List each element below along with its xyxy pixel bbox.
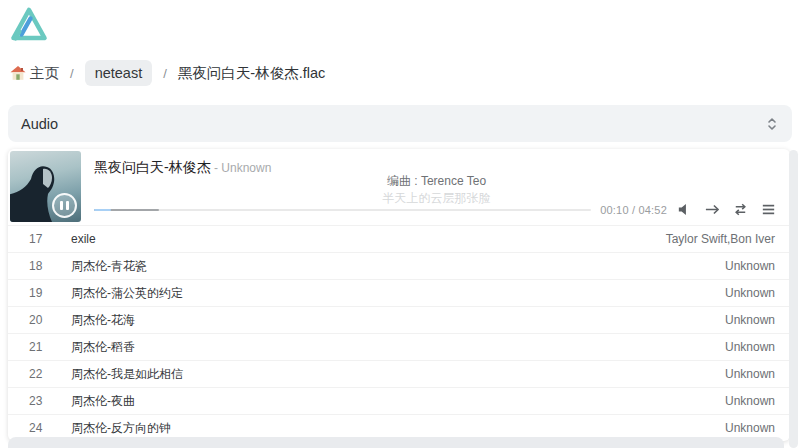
volume-icon[interactable] xyxy=(676,201,693,218)
playlist-item[interactable]: 17exileTaylor Swift,Bon Iver xyxy=(8,225,790,252)
alist-logo[interactable] xyxy=(9,5,49,43)
breadcrumb-home[interactable]: 主页 xyxy=(10,64,59,83)
playlist: 17exileTaylor Swift,Bon Iver18周杰伦-青花瓷Unk… xyxy=(8,225,790,441)
playlist-item-index: 19 xyxy=(29,286,55,300)
breadcrumb-file: 黑夜问白天-林俊杰.flac xyxy=(178,64,325,83)
player-info: 黑夜问白天-林俊杰 - Unknown 编曲 : Terence Teo 半天上… xyxy=(83,149,790,225)
footer-bar-partial xyxy=(8,437,784,448)
breadcrumb: 主页 / neteast / 黑夜问白天-林俊杰.flac xyxy=(10,60,800,86)
playlist-item-artist: Unknown xyxy=(725,394,775,408)
playlist-item-title: 周杰伦-花海 xyxy=(71,312,725,329)
player-controls: 00:10 / 04:52 xyxy=(94,201,777,218)
playlist-item-title: 周杰伦-青花瓷 xyxy=(71,258,725,275)
breadcrumb-separator: / xyxy=(163,66,167,81)
breadcrumb-separator: / xyxy=(70,66,74,81)
lyric-current-line: 编曲 : Terence Teo xyxy=(153,174,720,189)
playlist-item-artist: Unknown xyxy=(725,286,775,300)
loop-icon[interactable] xyxy=(732,201,749,218)
breadcrumb-home-label: 主页 xyxy=(30,64,59,83)
home-icon xyxy=(10,65,26,81)
playlist-item[interactable]: 19周杰伦-蒲公英的约定Unknown xyxy=(8,279,790,306)
playlist-item-artist: Unknown xyxy=(725,259,775,273)
playlist-item-index: 20 xyxy=(29,313,55,327)
playlist-item-index: 17 xyxy=(29,232,55,246)
playlist-item-index: 24 xyxy=(29,421,55,435)
playlist-item-index: 23 xyxy=(29,394,55,408)
progress-bar[interactable] xyxy=(94,209,591,211)
album-art[interactable] xyxy=(10,151,81,222)
playlist-item-title: 周杰伦-蒲公英的约定 xyxy=(71,285,725,302)
breadcrumb-folder[interactable]: neteast xyxy=(85,60,153,86)
player-top: 黑夜问白天-林俊杰 - Unknown 编曲 : Terence Teo 半天上… xyxy=(8,149,790,225)
playlist-item[interactable]: 22周杰伦-我是如此相信Unknown xyxy=(8,360,790,387)
preview-type-select[interactable]: Audio xyxy=(8,105,792,142)
playlist-item-index: 18 xyxy=(29,259,55,273)
playlist-item[interactable]: 23周杰伦-夜曲Unknown xyxy=(8,387,790,414)
playlist-item-title: 周杰伦-夜曲 xyxy=(71,393,725,410)
playlist-item-artist: Unknown xyxy=(725,340,775,354)
playlist-item-index: 21 xyxy=(29,340,55,354)
playlist-menu-icon[interactable] xyxy=(760,201,777,218)
playlist-item-artist: Taylor Swift,Bon Iver xyxy=(666,232,775,246)
progress-played xyxy=(94,209,111,211)
song-title: 黑夜问白天-林俊杰 xyxy=(94,159,211,175)
playlist-item[interactable]: 20周杰伦-花海Unknown xyxy=(8,306,790,333)
song-artist: - Unknown xyxy=(211,161,272,175)
time-display: 00:10 / 04:52 xyxy=(600,204,667,216)
playlist-item[interactable]: 18周杰伦-青花瓷Unknown xyxy=(8,252,790,279)
playlist-item-title: 周杰伦-稻香 xyxy=(71,339,725,356)
playlist-item-title: exile xyxy=(71,232,666,246)
chevron-updown-icon xyxy=(765,116,779,132)
play-order-icon[interactable] xyxy=(704,201,721,218)
playlist-item-artist: Unknown xyxy=(725,367,775,381)
playlist-item-title: 周杰伦-我是如此相信 xyxy=(71,366,725,383)
playlist-item-title: 周杰伦-反方向的钟 xyxy=(71,420,725,437)
preview-type-value: Audio xyxy=(21,116,58,132)
audio-player: 黑夜问白天-林俊杰 - Unknown 编曲 : Terence Teo 半天上… xyxy=(8,149,790,441)
pause-button[interactable] xyxy=(52,193,77,218)
playlist-item-artist: Unknown xyxy=(725,313,775,327)
playlist-item-index: 22 xyxy=(29,367,55,381)
page-scrollbar[interactable] xyxy=(789,150,798,448)
playlist-item[interactable]: 21周杰伦-稻香Unknown xyxy=(8,333,790,360)
control-icons xyxy=(676,201,777,218)
playlist-item-artist: Unknown xyxy=(725,421,775,435)
